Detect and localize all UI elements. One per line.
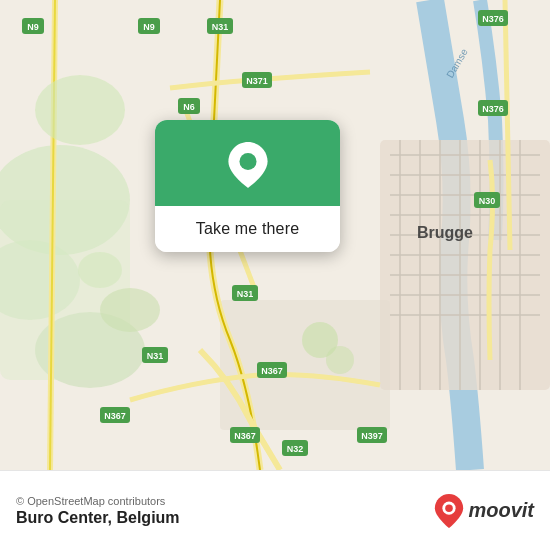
svg-text:N376: N376 [482, 14, 504, 24]
osm-credit: © OpenStreetMap contributors [16, 495, 180, 507]
svg-text:N397: N397 [361, 431, 383, 441]
svg-text:N31: N31 [237, 289, 254, 299]
location-pin-icon [225, 142, 271, 188]
svg-text:N31: N31 [212, 22, 229, 32]
svg-point-61 [78, 252, 122, 288]
svg-point-60 [100, 288, 160, 332]
app: N9 N9 N31 N31 N31 N376 N376 N371 N6 N30 [0, 0, 550, 550]
moovit-pin-icon [434, 494, 464, 528]
svg-text:N30: N30 [479, 196, 496, 206]
take-me-there-button[interactable]: Take me there [155, 206, 340, 252]
svg-text:N367: N367 [261, 366, 283, 376]
svg-point-66 [446, 504, 454, 512]
bottom-bar: © OpenStreetMap contributors Buro Center… [0, 470, 550, 550]
svg-text:N371: N371 [246, 76, 268, 86]
svg-point-59 [326, 346, 354, 374]
popup-icon-area [155, 120, 340, 206]
svg-text:N367: N367 [104, 411, 126, 421]
bottom-left: © OpenStreetMap contributors Buro Center… [16, 495, 180, 527]
svg-text:N367: N367 [234, 431, 256, 441]
moovit-logo: moovit [434, 494, 534, 528]
svg-text:N32: N32 [287, 444, 304, 454]
svg-text:N9: N9 [27, 22, 39, 32]
location-name: Buro Center, Belgium [16, 509, 180, 527]
svg-text:N376: N376 [482, 104, 504, 114]
svg-rect-4 [0, 200, 130, 380]
svg-text:N6: N6 [183, 102, 195, 112]
svg-point-64 [239, 153, 256, 170]
svg-text:Brugge: Brugge [417, 224, 473, 241]
popup-card: Take me there [155, 120, 340, 252]
svg-rect-5 [380, 140, 550, 390]
svg-text:N9: N9 [143, 22, 155, 32]
moovit-text: moovit [468, 499, 534, 522]
svg-text:N31: N31 [147, 351, 164, 361]
map-area: N9 N9 N31 N31 N31 N376 N376 N371 N6 N30 [0, 0, 550, 470]
svg-point-62 [35, 75, 125, 145]
